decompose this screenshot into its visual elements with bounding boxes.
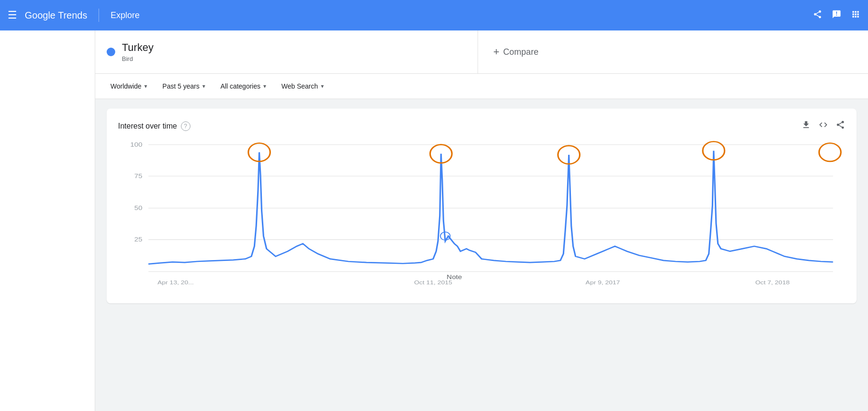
chart-share-icon[interactable] [836, 120, 845, 132]
svg-text:Oct 7, 2018: Oct 7, 2018 [755, 279, 789, 286]
chart-actions [801, 120, 845, 132]
category-label: All categories [220, 82, 260, 90]
compare-section: + Compare [478, 30, 868, 73]
search-type-filter[interactable]: Web Search ▾ [278, 80, 328, 93]
search-dot-indicator [107, 48, 115, 56]
download-icon[interactable] [801, 120, 811, 132]
menu-icon[interactable]: ☰ [8, 9, 17, 21]
feedback-icon[interactable] [832, 10, 841, 21]
interest-over-time-section: Interest over time ? [107, 109, 857, 303]
category-arrow-icon: ▾ [263, 83, 266, 90]
apps-icon[interactable] [851, 10, 860, 21]
search-subtitle: Bird [122, 55, 153, 62]
compare-button[interactable]: + Compare [493, 46, 539, 58]
svg-point-13 [819, 143, 841, 161]
svg-text:Oct 11, 2015: Oct 11, 2015 [414, 279, 452, 286]
svg-text:Apr 13, 20...: Apr 13, 20... [158, 279, 194, 286]
header-divider [99, 9, 99, 22]
app-logo: Google Trends [25, 10, 87, 21]
category-filter[interactable]: All categories ▾ [217, 80, 270, 93]
embed-icon[interactable] [818, 120, 828, 132]
svg-text:25: 25 [134, 236, 142, 243]
chart-svg: 100 75 50 25 [118, 140, 845, 292]
svg-text:50: 50 [134, 204, 142, 211]
time-label: Past 5 years [162, 82, 200, 90]
chart-title: Interest over time [118, 122, 177, 130]
svg-text:75: 75 [134, 172, 142, 180]
location-filter[interactable]: Worldwide ▾ [107, 80, 151, 93]
location-label: Worldwide [110, 82, 141, 90]
app-header: ☰ Google Trends Explore [0, 0, 868, 30]
header-actions [813, 10, 860, 21]
help-question-mark: ? [184, 123, 187, 130]
main-content: Interest over time ? [0, 99, 868, 321]
search-term[interactable]: Turkey [122, 41, 153, 54]
compare-label: Compare [503, 47, 539, 57]
sidebar [0, 30, 95, 321]
time-filter[interactable]: Past 5 years ▾ [159, 80, 209, 93]
explore-label: Explore [110, 10, 140, 20]
help-icon[interactable]: ? [181, 121, 190, 131]
search-term-group: Turkey Bird [122, 41, 153, 62]
location-arrow-icon: ▾ [144, 83, 147, 90]
search-section: Turkey Bird + Compare [0, 30, 868, 74]
chart-title-group: Interest over time ? [118, 121, 190, 131]
share-icon[interactable] [813, 10, 822, 21]
filters-bar: Worldwide ▾ Past 5 years ▾ All categorie… [0, 74, 868, 99]
chart-header: Interest over time ? [118, 120, 845, 132]
chart-area: 100 75 50 25 [118, 140, 845, 292]
svg-text:Apr 9, 2017: Apr 9, 2017 [586, 279, 620, 286]
compare-plus-icon: + [493, 46, 499, 58]
search-type-arrow-icon: ▾ [321, 83, 324, 90]
svg-text:100: 100 [130, 141, 142, 148]
search-term-container: Turkey Bird [95, 30, 478, 73]
search-type-label: Web Search [281, 82, 318, 90]
time-arrow-icon: ▾ [202, 83, 205, 90]
